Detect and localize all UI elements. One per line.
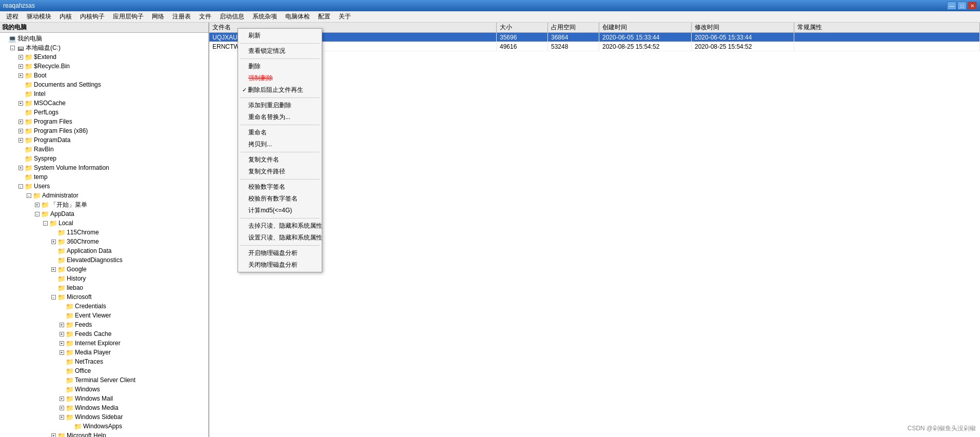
tree-item-feedscache[interactable]: +📁Feeds Cache	[0, 329, 208, 339]
tree-item-extend[interactable]: +📁$Extend	[0, 52, 208, 62]
tree-item-history[interactable]: 📁History	[0, 274, 208, 283]
maximize-button[interactable]: □	[957, 2, 967, 10]
expand-icon[interactable]: +	[18, 101, 23, 106]
tree-item-localc[interactable]: -🖴本地磁盘(C:)	[0, 43, 208, 52]
tree-expander-microsoft[interactable]: -	[49, 293, 57, 301]
expand-icon[interactable]: +	[60, 323, 64, 327]
tree-item-tsc[interactable]: 📁Terminal Server Client	[0, 375, 208, 385]
tree-expander-sysvolinfo[interactable]: +	[16, 164, 25, 172]
expand-icon[interactable]: +	[51, 267, 56, 272]
tree-expander-boot[interactable]: +	[16, 71, 25, 80]
tree-expander-progfiles[interactable]: +	[16, 117, 25, 126]
tree-item-perflogs[interactable]: 📁PerfLogs	[0, 108, 208, 117]
tree-item-temp[interactable]: 📁temp	[0, 172, 208, 182]
expand-icon[interactable]: +	[35, 203, 40, 207]
tree-expander-localc[interactable]: -	[8, 44, 16, 52]
tree-item-boot[interactable]: +📁Boot	[0, 71, 208, 80]
tree-item-115chrome[interactable]: 📁115Chrome	[0, 228, 208, 237]
tree-item-windowsmail[interactable]: +📁Windows Mail	[0, 394, 208, 403]
tree-item-office[interactable]: 📁Office	[0, 366, 208, 375]
tree-expander-360chrome[interactable]: +	[49, 237, 57, 246]
col-header-created[interactable]: 创建时间	[599, 23, 692, 32]
tree-expander-startmenu[interactable]: +	[33, 201, 41, 209]
tree-item-windowsmedia[interactable]: +📁Windows Media	[0, 403, 208, 412]
tree-item-mshelp[interactable]: +📁Microsoft Help	[0, 431, 208, 437]
tree-expander-admin[interactable]: -	[25, 191, 33, 200]
menu-item-网络[interactable]: 网络	[148, 11, 168, 22]
tree-item-progfilesx86[interactable]: +📁Program Files (x86)	[0, 126, 208, 135]
tree-item-progfiles[interactable]: +📁Program Files	[0, 117, 208, 126]
tree-item-startmenu[interactable]: +📁「开始」菜单	[0, 200, 208, 209]
menu-item-文件[interactable]: 文件	[195, 11, 215, 22]
ctx-item-复制文件路径[interactable]: 复制文件路径	[238, 166, 322, 177]
ctx-item-重命名替换为...[interactable]: 重命名替换为...	[238, 111, 322, 123]
expand-icon[interactable]: +	[18, 64, 23, 69]
tree-expander-feeds[interactable]: +	[57, 321, 66, 329]
tree-item-credentials[interactable]: 📁Credentials	[0, 302, 208, 311]
collapse-icon[interactable]: -	[10, 46, 15, 50]
tree-item-mediaplayer[interactable]: +📁Media Player	[0, 348, 208, 357]
tree-expander-progfilesx86[interactable]: +	[16, 127, 25, 135]
tree-item-nettraces[interactable]: 📁NetTraces	[0, 357, 208, 366]
tree-expander-windowsmail[interactable]: +	[57, 394, 66, 403]
tree-item-feeds[interactable]: +📁Feeds	[0, 320, 208, 329]
tree-item-ravbin[interactable]: 📁RavBin	[0, 145, 208, 154]
tree-item-mypc[interactable]: 💻我的电脑	[0, 34, 208, 43]
tree-item-docset[interactable]: 📁Documents and Settings	[0, 80, 208, 89]
tree-expander-google[interactable]: +	[49, 265, 57, 273]
menu-item-内核钩子[interactable]: 内核钩子	[76, 11, 109, 22]
ctx-item-开启物理磁盘分析[interactable]: 开启物理磁盘分析	[238, 247, 322, 259]
tree-expander-mediaplayer[interactable]: +	[57, 348, 66, 356]
tree-item-360chrome[interactable]: +📁360Chrome	[0, 237, 208, 246]
tree-expander-windowssidebar[interactable]: +	[57, 413, 66, 421]
ctx-item-删除[interactable]: 删除	[238, 61, 322, 72]
expand-icon[interactable]: +	[18, 166, 23, 170]
tree-item-microsoft[interactable]: -📁Microsoft	[0, 292, 208, 302]
ctx-item-强制删除[interactable]: 强制删除	[238, 72, 322, 84]
tree-item-windowsapps[interactable]: 📁WindowsApps	[0, 422, 208, 431]
tree-item-windows[interactable]: 📁Windows	[0, 385, 208, 394]
ctx-item-刷新[interactable]: 刷新	[238, 30, 322, 42]
expand-icon[interactable]: +	[18, 55, 23, 59]
tree-item-admin[interactable]: -📁Administrator	[0, 191, 208, 200]
tree-item-sysvolinfo[interactable]: +📁System Volume Information	[0, 163, 208, 172]
expand-icon[interactable]: +	[18, 73, 23, 78]
expand-icon[interactable]: +	[60, 415, 64, 420]
col-header-attrs[interactable]: 常规属性	[794, 23, 980, 32]
tree-item-ie[interactable]: +📁Internet Explorer	[0, 339, 208, 348]
ctx-item-校验所有数字签名[interactable]: 校验所有数字签名	[238, 193, 322, 205]
expand-icon[interactable]: +	[60, 332, 64, 336]
close-button[interactable]: ✕	[968, 2, 977, 10]
tree-item-recycle[interactable]: +📁$Recycle.Bin	[0, 62, 208, 71]
tree-item-google[interactable]: +📁Google	[0, 265, 208, 274]
ctx-item-添加到重启删除[interactable]: 添加到重启删除	[238, 100, 322, 111]
tree-expander-local[interactable]: -	[41, 219, 49, 227]
minimize-button[interactable]: —	[947, 2, 956, 10]
tree-expander-mshelp[interactable]: +	[49, 431, 57, 437]
expand-icon[interactable]: +	[60, 406, 64, 410]
tree-item-appdata2[interactable]: 📁Application Data	[0, 246, 208, 255]
menu-item-注册表[interactable]: 注册表	[168, 11, 195, 22]
ctx-item-去掉只读、隐藏和系统属性[interactable]: 去掉只读、隐藏和系统属性	[238, 220, 322, 232]
ctx-item-删除后阻止文件再生[interactable]: 删除后阻止文件再生	[238, 84, 322, 96]
tree-item-eventviewer[interactable]: 📁Event Viewer	[0, 311, 208, 320]
collapse-icon[interactable]: -	[18, 184, 23, 189]
col-header-size[interactable]: 大小	[497, 23, 548, 32]
tree-item-elevdiag[interactable]: 📁ElevatedDiagnostics	[0, 255, 208, 265]
collapse-icon[interactable]: -	[43, 221, 48, 226]
ctx-item-校验数字签名[interactable]: 校验数字签名	[238, 181, 322, 193]
expand-icon[interactable]: +	[60, 350, 64, 355]
collapse-icon[interactable]: -	[35, 212, 40, 216]
collapse-icon[interactable]: -	[27, 193, 31, 198]
col-header-modified[interactable]: 修改时间	[692, 23, 794, 32]
expand-icon[interactable]: +	[18, 129, 23, 133]
tree-item-appdata[interactable]: -📁AppData	[0, 209, 208, 218]
tree-expander-windowsmedia[interactable]: +	[57, 404, 66, 412]
table-row[interactable]: ERNCTWBI...49616532482020-08-25 15:54:52…	[209, 42, 980, 51]
tree-expander-users[interactable]: -	[16, 182, 25, 190]
ctx-item-计算md5(<=4G)[interactable]: 计算md5(<=4G)	[238, 205, 322, 216]
ctx-item-复制文件名[interactable]: 复制文件名	[238, 154, 322, 166]
menu-item-关于[interactable]: 关于	[335, 11, 355, 22]
expand-icon[interactable]: +	[18, 138, 23, 143]
tree-item-msocache[interactable]: +📁MSOCache	[0, 98, 208, 108]
